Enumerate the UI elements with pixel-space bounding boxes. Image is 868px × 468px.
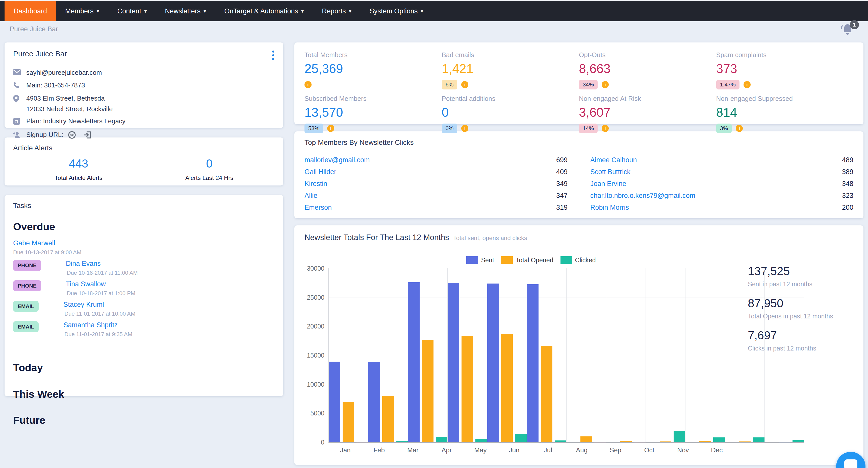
gear-icon — [13, 118, 21, 126]
chevron-down-icon: ▾ — [204, 8, 206, 14]
legend-item-sent[interactable]: Sent — [466, 256, 494, 264]
person-add-icon — [13, 131, 21, 140]
stat-potential-additions: Potential additions 0 0%i — [442, 95, 579, 134]
info-icon[interactable]: i — [602, 81, 609, 88]
x-tick-label: Dec — [700, 446, 734, 454]
nav-tab-reports[interactable]: Reports▾ — [313, 1, 361, 21]
x-tick-label: Oct — [632, 446, 666, 454]
task-contact-link[interactable]: Dina Evans — [66, 260, 138, 268]
stat-value: 13,570 — [305, 105, 442, 120]
org-address-row-2: 12033 Nebel Street, Rockville — [26, 105, 275, 113]
stat-percent-badge: 1.47% — [716, 80, 740, 89]
task-contact-link[interactable]: Stacey Kruml — [63, 301, 135, 309]
member-link[interactable]: Emerson — [305, 204, 332, 211]
chevron-down-icon: ▾ — [301, 8, 304, 14]
nav-tab-content[interactable]: Content▾ — [108, 1, 156, 21]
stat-value: 373 — [716, 61, 854, 76]
info-icon[interactable]: i — [461, 81, 468, 88]
chart-ylabels: 050001000015000200002500030000 — [305, 268, 329, 442]
table-row: Allie347 — [305, 190, 567, 202]
legend-item-total-opened[interactable]: Total Opened — [501, 256, 553, 264]
top-members-left-column: malloriev@gmail.com699 Gail Hilder409 Ki… — [305, 154, 567, 213]
y-tick-label: 15000 — [307, 352, 324, 359]
info-icon[interactable]: i — [736, 125, 743, 132]
legend-swatch — [466, 256, 478, 264]
member-link[interactable]: Gail Hilder — [305, 168, 336, 176]
nav-tab-newsletters[interactable]: Newsletters▾ — [156, 1, 215, 21]
table-row: Gail Hilder409 — [305, 166, 567, 178]
x-tick-label: Sep — [599, 446, 632, 454]
table-row: Emerson319 — [305, 202, 567, 213]
nav-tab-system-options[interactable]: System Options▾ — [361, 1, 433, 21]
bar-total-opened-jan — [343, 402, 354, 442]
page: Dashboard Members▾ Content▾ Newsletters▾… — [0, 0, 868, 468]
bar-sent-feb — [368, 362, 380, 442]
breadcrumb-bar: Puree Juice Bar 1 — [0, 21, 868, 37]
nav-tab-members[interactable]: Members▾ — [56, 1, 108, 21]
chart-legend: Sent Total Opened Clicked — [329, 256, 734, 264]
bar-clicked-nov — [753, 437, 765, 442]
member-link[interactable]: Robin Morris — [590, 204, 629, 211]
bar-clicked-jan — [356, 442, 368, 442]
preview-eye-icon[interactable] — [68, 131, 76, 141]
task-contact-link[interactable]: Tina Swallow — [66, 280, 135, 288]
legend-item-clicked[interactable]: Clicked — [560, 256, 596, 264]
top-nav: Dashboard Members▾ Content▾ Newsletters▾… — [0, 1, 868, 21]
y-tick-label: 0 — [321, 439, 324, 446]
mail-icon — [13, 69, 21, 77]
member-link[interactable]: Kirestin — [305, 180, 327, 188]
kebab-menu-icon[interactable] — [271, 49, 276, 62]
org-phone: Main: 301-654-7873 — [26, 81, 85, 89]
bar-total-opened-feb — [382, 396, 394, 442]
article-alerts-title: Article Alerts — [13, 144, 275, 152]
bar-total-opened-may — [501, 334, 513, 442]
task-contact-link[interactable]: Samantha Shpritz — [63, 321, 132, 329]
stat-label: Bad emails — [442, 51, 579, 59]
x-tick-label: Nov — [666, 446, 700, 454]
info-icon[interactable]: i — [602, 125, 609, 132]
stat-value: 0 — [442, 105, 579, 120]
open-signup-url-icon[interactable] — [84, 131, 92, 141]
task-item: EMAIL Stacey Kruml Due 11-01-2017 at 10:… — [13, 301, 275, 317]
stat-total-members: Total Members 25,369 i — [305, 51, 442, 90]
stat-label: Non-engaged At Risk — [579, 95, 716, 103]
task-contact-link[interactable]: Gabe Marwell — [13, 239, 275, 247]
member-link[interactable]: Aimee Calhoun — [590, 156, 637, 164]
stat-percent-badge: 53% — [305, 123, 323, 133]
bar-clicked-may — [515, 434, 527, 442]
alerts-last-24hrs-value: 0 — [144, 157, 275, 170]
task-due-date: Due 10-18-2017 at 1:00 PM — [67, 290, 135, 297]
x-tick-label: Jun — [497, 446, 531, 454]
bar-clicked-dec — [793, 440, 804, 442]
bar-sent-may — [487, 284, 499, 442]
stat-value: 3,607 — [579, 105, 716, 120]
top-members-card: Top Members By Newsletter Clicks mallori… — [294, 131, 864, 218]
member-link[interactable]: char.lto.nbro.o.kens79@gmail.com — [590, 192, 695, 200]
nav-tab-ontarget-automations[interactable]: OnTarget & Automations▾ — [215, 1, 313, 21]
info-icon[interactable]: i — [327, 125, 334, 132]
member-link[interactable]: Allie — [305, 192, 317, 200]
member-link[interactable]: Scott Buttrick — [590, 168, 630, 176]
legend-swatch — [501, 256, 513, 264]
month-group-dec — [765, 268, 804, 442]
info-icon[interactable]: i — [305, 81, 312, 88]
info-icon[interactable]: i — [744, 81, 751, 88]
nav-tab-label: Reports — [322, 7, 346, 15]
bar-clicked-apr — [475, 439, 487, 442]
info-icon[interactable]: i — [461, 125, 468, 132]
org-info-card: Puree Juice Bar sayhi@pureejuicebar.com … — [4, 42, 283, 128]
task-type-badge: EMAIL — [13, 321, 39, 332]
stat-percent-badge: 14% — [579, 123, 598, 133]
task-item: Gabe Marwell Due 10-13-2017 at 9:00 AM — [13, 239, 275, 256]
notifications-button[interactable]: 1 — [840, 22, 858, 37]
total-article-alerts-value: 443 — [13, 157, 144, 170]
member-link[interactable]: Joan Ervine — [590, 180, 626, 188]
nav-tab-dashboard[interactable]: Dashboard — [4, 1, 56, 21]
member-link[interactable]: malloriev@gmail.com — [305, 156, 370, 164]
member-clicks: 319 — [556, 204, 567, 211]
table-row: Joan Ervine348 — [590, 178, 854, 190]
chart-region: Sent Total Opened Clicked 05000100001500… — [305, 242, 734, 454]
chevron-down-icon: ▾ — [421, 8, 423, 14]
x-tick-label: May — [464, 446, 497, 454]
task-item: EMAIL Samantha Shpritz Due 11-01-2017 at… — [13, 321, 275, 338]
